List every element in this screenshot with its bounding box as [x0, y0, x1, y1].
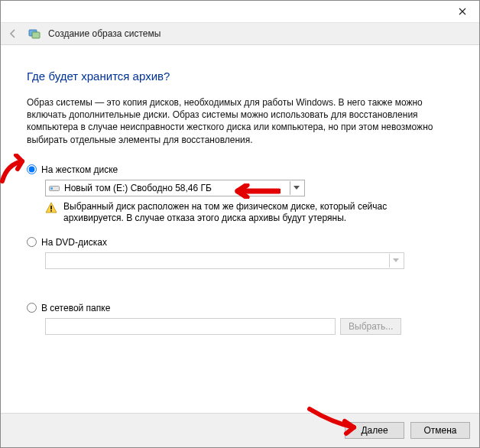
option-hard-disk-label: На жестком диске	[41, 164, 118, 175]
chevron-down-icon	[389, 254, 402, 268]
hard-disk-warning: Выбранный диск расположен на том же физи…	[45, 201, 435, 225]
radio-dvd[interactable]	[27, 237, 37, 247]
next-button[interactable]: Далее	[345, 422, 404, 439]
network-path-input	[45, 318, 336, 335]
warning-icon	[45, 202, 57, 214]
wizard-window: Создание образа системы Где будет хранит…	[0, 0, 480, 448]
back-arrow-icon	[8, 28, 18, 39]
radio-network[interactable]	[27, 303, 37, 313]
hard-disk-warning-text: Выбранный диск расположен на том же физи…	[63, 201, 435, 225]
svg-rect-3	[50, 187, 53, 190]
option-network[interactable]: В сетевой папке	[27, 303, 453, 313]
wizard-header: Создание образа системы	[1, 23, 479, 45]
hard-disk-selected: Новый том (E:) Свободно 58,46 ГБ	[64, 183, 212, 193]
wizard-title: Создание образа системы	[48, 28, 161, 39]
option-network-label: В сетевой папке	[41, 303, 110, 313]
system-image-icon	[28, 28, 41, 40]
svg-rect-5	[50, 210, 52, 212]
option-dvd-label: На DVD-дисках	[41, 237, 107, 248]
window-titlebar	[1, 1, 479, 23]
svg-rect-4	[50, 206, 52, 209]
svg-rect-1	[32, 32, 40, 38]
close-button[interactable]	[445, 1, 479, 22]
wizard-content: Где будет хранится архив? Образ системы …	[1, 45, 479, 413]
option-hard-disk[interactable]: На жестком диске	[27, 164, 453, 175]
dvd-dropdown	[45, 252, 404, 269]
chevron-down-icon	[290, 181, 303, 195]
back-button[interactable]	[5, 26, 21, 41]
radio-hard-disk[interactable]	[27, 164, 37, 174]
option-dvd[interactable]: На DVD-дисках	[27, 237, 453, 248]
cancel-button[interactable]: Отмена	[410, 422, 470, 439]
hard-drive-icon	[49, 184, 60, 192]
hard-disk-dropdown[interactable]: Новый том (E:) Свободно 58,46 ГБ	[45, 180, 305, 196]
close-icon	[459, 8, 466, 15]
page-heading: Где будет хранится архив?	[27, 70, 453, 83]
wizard-footer: Далее Отмена	[1, 413, 479, 447]
page-description: Образ системы — это копия дисков, необхо…	[27, 96, 453, 146]
browse-button: Выбрать...	[340, 318, 401, 335]
